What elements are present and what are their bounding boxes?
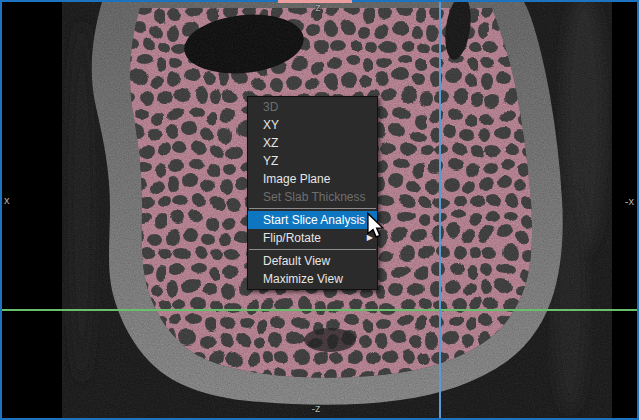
menu-item-label: Flip/Rotate	[263, 231, 321, 245]
menu-item-xz[interactable]: XZ	[248, 134, 377, 152]
crosshair-horizontal-line[interactable]	[2, 309, 637, 311]
menu-item-image-plane[interactable]: Image Plane	[248, 170, 377, 188]
slab-position-indicator[interactable]	[278, 0, 352, 3]
menu-separator	[249, 208, 376, 209]
menu-item-xy[interactable]: XY	[248, 116, 377, 134]
menu-item-flip-rotate[interactable]: Flip/Rotate ▶	[248, 229, 377, 247]
submenu-arrow-icon: ▶	[367, 229, 373, 247]
menu-item-3d: 3D	[248, 98, 377, 116]
axis-label-x: x	[4, 194, 10, 206]
menu-item-set-slab-thickness: Set Slab Thickness	[248, 188, 377, 206]
menu-item-yz[interactable]: YZ	[248, 152, 377, 170]
menu-item-default-view[interactable]: Default View	[248, 252, 377, 270]
axis-label-neg-x: -x	[618, 195, 634, 207]
menu-item-maximize-view[interactable]: Maximize View	[248, 270, 377, 288]
context-menu: 3D XY XZ YZ Image Plane Set Slab Thickne…	[247, 96, 378, 290]
axis-label-neg-z: -z	[300, 402, 332, 414]
menu-separator	[249, 249, 376, 250]
slice-viewport: z -z x -x 3D XY XZ YZ Image Plane Set Sl…	[0, 0, 639, 420]
menu-item-start-slice-analysis[interactable]: Start Slice Analysis	[248, 211, 377, 229]
crosshair-vertical-line[interactable]	[439, 2, 441, 418]
